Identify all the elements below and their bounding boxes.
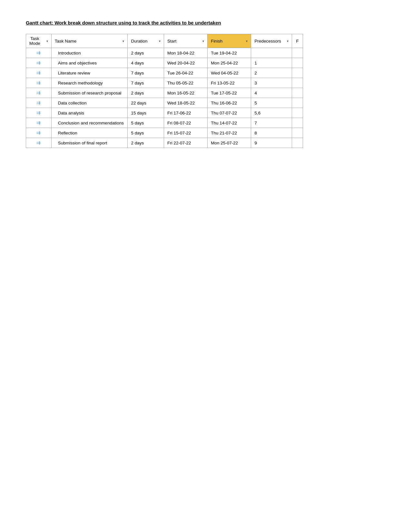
task-mode-cell: ⇉	[26, 88, 52, 98]
task-mode-icon: ⇉	[36, 100, 41, 106]
duration-cell: 2 days	[128, 88, 164, 98]
header-extra: F	[292, 34, 303, 48]
duration-cell: 7 days	[128, 78, 164, 88]
task-name-cell: Data collection	[51, 98, 128, 108]
task-mode-cell: ⇉	[26, 58, 52, 68]
extra-cell	[292, 48, 303, 58]
task-mode-cell: ⇉	[26, 118, 52, 128]
start-dropdown-icon[interactable]: ▾	[202, 39, 204, 43]
predecessors-cell: 5	[251, 98, 292, 108]
table-row[interactable]: ⇉Research methodology7 daysThu 05-05-22F…	[26, 78, 303, 88]
start-cell: Mon 18-04-22	[164, 48, 208, 58]
header-predecessors[interactable]: Predecessors ▾	[251, 34, 292, 48]
predecessors-cell: 3	[251, 78, 292, 88]
finish-cell: Thu 07-07-22	[208, 108, 251, 118]
duration-cell: 7 days	[128, 68, 164, 78]
start-cell: Fri 22-07-22	[164, 138, 208, 148]
task-mode-icon: ⇉	[36, 120, 41, 126]
table-row[interactable]: ⇉Literature review7 daysTue 26-04-22Wed …	[26, 68, 303, 78]
duration-cell: 22 days	[128, 98, 164, 108]
task-name-dropdown-icon[interactable]: ▾	[122, 39, 124, 43]
predecessors-cell: 7	[251, 118, 292, 128]
duration-cell: 15 days	[128, 108, 164, 118]
duration-cell: 5 days	[128, 128, 164, 138]
extra-cell	[292, 118, 303, 128]
predecessors-cell: 4	[251, 88, 292, 98]
duration-cell: 5 days	[128, 118, 164, 128]
task-mode-cell: ⇉	[26, 128, 52, 138]
finish-cell: Thu 21-07-22	[208, 128, 251, 138]
task-mode-icon: ⇉	[36, 90, 41, 96]
task-mode-cell: ⇉	[26, 48, 52, 58]
task-name-cell: Aims and objectives	[51, 58, 128, 68]
task-name-cell: Introduction	[51, 48, 128, 58]
predecessors-dropdown-icon[interactable]: ▾	[287, 39, 289, 43]
page-container: Gantt chart: Work break down structure u…	[26, 19, 385, 148]
table-row[interactable]: ⇉Submission of research proposal2 daysMo…	[26, 88, 303, 98]
task-mode-cell: ⇉	[26, 68, 52, 78]
task-mode-dropdown-icon[interactable]: ▾	[46, 39, 48, 43]
start-cell: Tue 26-04-22	[164, 68, 208, 78]
start-cell: Wed 20-04-22	[164, 58, 208, 68]
task-mode-cell: ⇉	[26, 78, 52, 88]
extra-cell	[292, 88, 303, 98]
page-title: Gantt chart: Work break down structure u…	[26, 19, 385, 26]
gantt-table: TaskMode ▾ Task Name ▾ Duration ▾	[26, 34, 303, 148]
table-row[interactable]: ⇉Submission of final report2 daysFri 22-…	[26, 138, 303, 148]
table-row[interactable]: ⇉Conclusion and recommendations5 daysFri…	[26, 118, 303, 128]
task-mode-cell: ⇉	[26, 138, 52, 148]
table-row[interactable]: ⇉Introduction2 daysMon 18-04-22Tue 19-04…	[26, 48, 303, 58]
task-name-cell: Literature review	[51, 68, 128, 78]
task-mode-icon: ⇉	[36, 140, 41, 146]
start-cell: Thu 05-05-22	[164, 78, 208, 88]
task-mode-icon: ⇉	[36, 110, 41, 116]
table-row[interactable]: ⇉Data collection22 daysWed 18-05-22Thu 1…	[26, 98, 303, 108]
finish-cell: Mon 25-04-22	[208, 58, 251, 68]
task-mode-cell: ⇉	[26, 108, 52, 118]
task-mode-icon: ⇉	[36, 70, 41, 76]
finish-cell: Fri 13-05-22	[208, 78, 251, 88]
predecessors-cell: 9	[251, 138, 292, 148]
start-cell: Mon 16-05-22	[164, 88, 208, 98]
task-mode-icon: ⇉	[36, 130, 41, 136]
finish-cell: Tue 17-05-22	[208, 88, 251, 98]
duration-cell: 2 days	[128, 138, 164, 148]
predecessors-cell: 8	[251, 128, 292, 138]
start-cell: Fri 17-06-22	[164, 108, 208, 118]
header-task-mode[interactable]: TaskMode ▾	[26, 34, 52, 48]
predecessors-cell: 1	[251, 58, 292, 68]
finish-cell: Thu 14-07-22	[208, 118, 251, 128]
duration-dropdown-icon[interactable]: ▾	[159, 39, 161, 43]
start-cell: Fri 08-07-22	[164, 118, 208, 128]
task-mode-icon: ⇉	[36, 60, 41, 66]
task-mode-icon: ⇉	[36, 50, 41, 56]
table-row[interactable]: ⇉Data analysis15 daysFri 17-06-22Thu 07-…	[26, 108, 303, 118]
header-duration[interactable]: Duration ▾	[128, 34, 164, 48]
header-start[interactable]: Start ▾	[164, 34, 208, 48]
task-mode-icon: ⇉	[36, 80, 41, 86]
finish-cell: Tue 19-04-22	[208, 48, 251, 58]
table-row[interactable]: ⇉Aims and objectives4 daysWed 20-04-22Mo…	[26, 58, 303, 68]
duration-cell: 2 days	[128, 48, 164, 58]
finish-cell: Wed 04-05-22	[208, 68, 251, 78]
task-name-cell: Submission of research proposal	[51, 88, 128, 98]
header-finish[interactable]: Finish ▾	[208, 34, 251, 48]
predecessors-cell: 2	[251, 68, 292, 78]
finish-dropdown-icon[interactable]: ▾	[246, 39, 248, 43]
task-name-cell: Submission of final report	[51, 138, 128, 148]
header-task-name[interactable]: Task Name ▾	[51, 34, 128, 48]
predecessors-cell: 5,6	[251, 108, 292, 118]
task-name-cell: Data analysis	[51, 108, 128, 118]
extra-cell	[292, 98, 303, 108]
extra-cell	[292, 128, 303, 138]
extra-cell	[292, 138, 303, 148]
finish-cell: Thu 16-06-22	[208, 98, 251, 108]
task-name-cell: Conclusion and recommendations	[51, 118, 128, 128]
extra-cell	[292, 78, 303, 88]
task-mode-cell: ⇉	[26, 98, 52, 108]
extra-cell	[292, 108, 303, 118]
extra-cell	[292, 68, 303, 78]
table-row[interactable]: ⇉Reflection5 daysFri 15-07-22Thu 21-07-2…	[26, 128, 303, 138]
task-name-cell: Research methodology	[51, 78, 128, 88]
start-cell: Wed 18-05-22	[164, 98, 208, 108]
